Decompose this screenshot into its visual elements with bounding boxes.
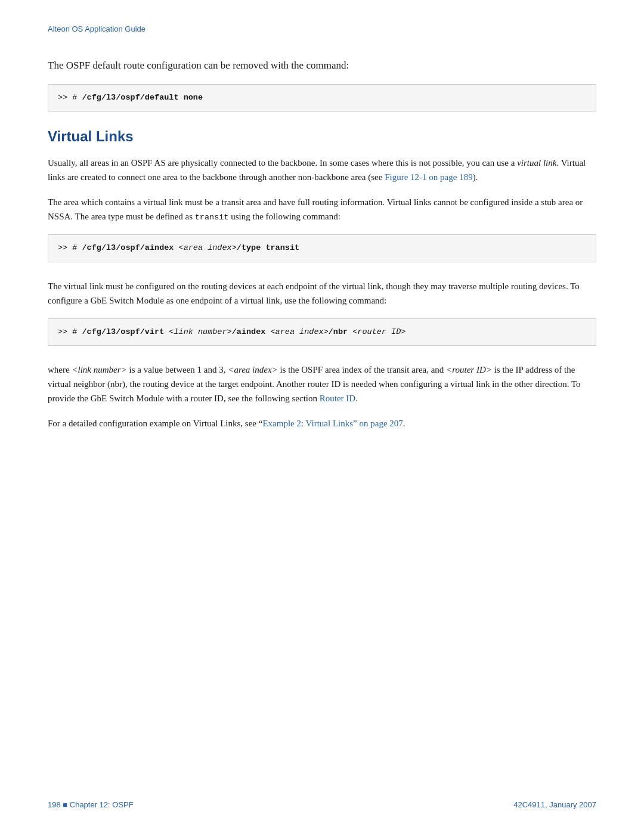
main-content: The OSPF default route configuration can…: [0, 40, 644, 477]
para4-text1: where: [48, 365, 72, 374]
para2-text2: using the following command:: [228, 212, 340, 221]
para1-italic: virtual link: [517, 158, 556, 168]
code-param2-1: <area index>: [179, 243, 237, 252]
intro-text: The OSPF default route configuration can…: [48, 60, 349, 71]
section-title: Virtual Links: [48, 128, 596, 145]
para4-text2: is a value between 1 and 3,: [127, 365, 228, 374]
para1-text1: Usually, all areas in an OSPF AS are phy…: [48, 158, 517, 168]
para5-text1: For a detailed configuration example on …: [48, 419, 262, 428]
code-suffix-3: /nbr: [329, 327, 348, 336]
para4-text3: is the OSPF area index of the transit ar…: [278, 365, 446, 374]
code-param3-2: <area index>: [271, 327, 329, 336]
code-prompt-2: >> #: [58, 243, 82, 252]
para3-text1: The virtual link must be configured on t…: [48, 281, 580, 305]
router-id-link[interactable]: Router ID: [320, 394, 355, 403]
paragraph-3: The virtual link must be configured on t…: [48, 279, 596, 308]
paragraph-2: The area which contains a virtual link m…: [48, 195, 596, 224]
footer-right: 42C4911, January 2007: [513, 800, 596, 809]
para4-param1: <link number>: [72, 365, 126, 374]
page-header: Alteon OS Application Guide: [0, 0, 644, 40]
para4-param3: <router ID>: [446, 365, 492, 374]
para4-text5: .: [355, 394, 358, 403]
para1-text3: ).: [473, 172, 478, 182]
code-command-3: /cfg/l3/ospf/virt: [82, 327, 165, 336]
paragraph-5: For a detailed configuration example on …: [48, 416, 596, 431]
code-prompt-1: >> #: [58, 93, 82, 102]
para2-code: transit: [195, 213, 229, 222]
code-block-3: >> # /cfg/l3/ospf/virt <link number>/ain…: [48, 318, 596, 346]
code-param3-3: <router ID>: [352, 327, 405, 336]
figure-link[interactable]: Figure 12-1 on page 189: [385, 172, 472, 182]
code-prompt-3: >> #: [58, 327, 82, 336]
paragraph-1: Usually, all areas in an OSPF AS are phy…: [48, 156, 596, 184]
page-footer: 198 ■ Chapter 12: OSPF 42C4911, January …: [48, 800, 596, 809]
code-param3-1: <link number>: [169, 327, 231, 336]
paragraph-4: where <link number> is a value between 1…: [48, 363, 596, 405]
para5-text2: .: [403, 419, 405, 428]
footer-left: 198 ■ Chapter 12: OSPF: [48, 800, 134, 809]
code-command-2: /cfg/l3/ospf/aindex: [82, 243, 174, 252]
intro-paragraph: The OSPF default route configuration can…: [48, 58, 596, 73]
code-mid-3: /aindex: [232, 327, 266, 336]
code-command-1: /cfg/l3/ospf/default none: [82, 93, 203, 102]
example2-link[interactable]: Example 2: Virtual Links” on page 207: [262, 419, 402, 428]
code-block-2: >> # /cfg/l3/ospf/aindex <area index>/ty…: [48, 234, 596, 262]
code-block-1: >> # /cfg/l3/ospf/default none: [48, 84, 596, 112]
code-suffix-2: /type transit: [237, 243, 299, 252]
breadcrumb[interactable]: Alteon OS Application Guide: [48, 24, 145, 33]
para4-param2: <area index>: [228, 365, 277, 374]
